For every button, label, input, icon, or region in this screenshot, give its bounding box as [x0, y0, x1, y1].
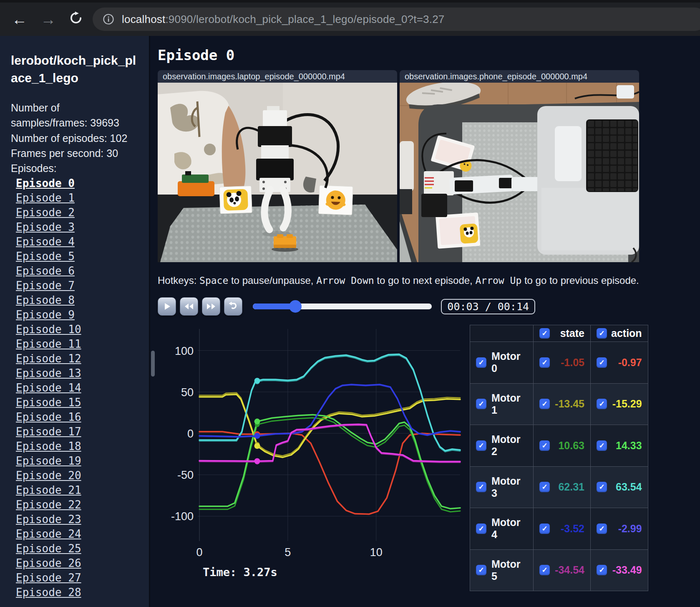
state-column-checkbox[interactable]: ✓ — [539, 328, 550, 339]
motor-checkbox[interactable]: ✓ — [476, 357, 486, 368]
motor-label: Motor 4 — [491, 516, 527, 541]
action-checkbox[interactable]: ✓ — [597, 524, 607, 534]
sidebar-episode-link[interactable]: Episode 1 — [16, 191, 136, 205]
current-action-dot — [254, 419, 260, 425]
motor-checkbox[interactable]: ✓ — [476, 524, 486, 534]
motor-checkbox[interactable]: ✓ — [476, 440, 486, 451]
sidebar-episode-link[interactable]: Episode 26 — [16, 556, 136, 571]
sidebar-episode-link[interactable]: Episode 28 — [16, 585, 136, 600]
state-value: -13.45 — [555, 398, 584, 410]
forward-icon[interactable]: → — [40, 12, 56, 27]
action-value-cell: ✓-2.99 — [591, 508, 648, 550]
sidebar-episode-link[interactable]: Episode 15 — [16, 395, 136, 410]
sidebar-episode-link[interactable]: Episode 25 — [16, 541, 136, 556]
chart-time-label: Time: 3.27s — [203, 566, 277, 579]
video-title-laptop: observation.images.laptop_episode_000000… — [158, 70, 397, 83]
motor-label-cell: ✓Motor 2 — [470, 425, 534, 467]
action-value-cell: ✓-33.49 — [591, 549, 648, 591]
hotkey-space: Space — [199, 275, 228, 286]
fast-forward-button[interactable] — [202, 297, 220, 316]
column-label: state — [560, 327, 584, 339]
dataset-title: lerobot/koch_pick_place_1_lego — [11, 52, 136, 87]
action-column-checkbox[interactable]: ✓ — [597, 328, 607, 339]
sidebar-episode-link[interactable]: Episode 6 — [16, 264, 136, 278]
state-checkbox[interactable]: ✓ — [539, 524, 550, 534]
motor-checkbox[interactable]: ✓ — [476, 565, 486, 575]
rewind-button[interactable] — [180, 297, 198, 316]
sidebar-episode-link[interactable]: Episode 24 — [16, 527, 136, 541]
sidebar-episode-link[interactable]: Episode 14 — [16, 381, 136, 395]
reload-icon[interactable] — [69, 11, 83, 27]
series-action-line — [199, 432, 460, 514]
sidebar-episode-link[interactable]: Episode 16 — [16, 410, 136, 425]
sidebar-episode-link[interactable]: Episode 8 — [16, 293, 136, 308]
motor-checkbox[interactable]: ✓ — [476, 482, 486, 492]
laptop-camera-frame — [158, 83, 397, 262]
state-checkbox[interactable]: ✓ — [539, 399, 550, 409]
action-value: 14.33 — [616, 440, 642, 452]
action-value: -15.29 — [612, 398, 642, 410]
sidebar-episode-link[interactable]: Episode 4 — [16, 235, 136, 249]
scrollbar-thumb[interactable] — [151, 351, 155, 377]
state-value: -3.52 — [561, 523, 584, 535]
action-value: -33.49 — [612, 564, 642, 576]
sidebar-episode-link[interactable]: Episode 18 — [16, 439, 136, 454]
state-checkbox[interactable]: ✓ — [539, 482, 550, 492]
motor-label-cell: ✓Motor 4 — [470, 508, 534, 550]
video-phone — [400, 83, 639, 262]
sidebar-episode-link[interactable]: Episode 7 — [16, 278, 136, 293]
back-icon[interactable]: ← — [12, 12, 27, 27]
motor-row: ✓Motor 3✓62.31✓63.54 — [470, 466, 648, 508]
column-header-action: ✓action — [591, 325, 648, 342]
stat-fps: Frames per second: 30 — [11, 146, 136, 161]
action-checkbox[interactable]: ✓ — [597, 440, 607, 451]
state-checkbox[interactable]: ✓ — [539, 440, 550, 451]
x-tick-label: 10 — [370, 546, 383, 559]
state-value-cell: ✓62.31 — [534, 466, 591, 508]
sidebar-episode-link[interactable]: Episode 17 — [16, 425, 136, 439]
url-bar[interactable]: localhost:9090/lerobot/koch_pick_place_1… — [93, 8, 700, 31]
info-icon[interactable] — [103, 13, 114, 25]
action-checkbox[interactable]: ✓ — [597, 357, 607, 368]
sidebar-episode-link[interactable]: Episode 23 — [16, 512, 136, 527]
hotkeys-seg3: to go to previous episode. — [521, 275, 639, 286]
action-checkbox[interactable]: ✓ — [597, 565, 607, 575]
sidebar-episode-link[interactable]: Episode 19 — [16, 454, 136, 468]
hotkeys-prefix: Hotkeys: — [158, 275, 199, 286]
state-value: -34.54 — [555, 564, 584, 576]
play-button[interactable] — [158, 297, 176, 316]
state-checkbox[interactable]: ✓ — [539, 357, 550, 368]
action-checkbox[interactable]: ✓ — [597, 482, 607, 492]
motor-checkbox[interactable]: ✓ — [476, 399, 486, 409]
sidebar-episode-link[interactable]: Episode 5 — [16, 249, 136, 264]
sidebar-episode-link[interactable]: Episode 13 — [16, 366, 136, 381]
sidebar-episode-link[interactable]: Episode 10 — [16, 322, 136, 337]
sidebar-episode-link[interactable]: Episode 11 — [16, 337, 136, 352]
state-checkbox[interactable]: ✓ — [539, 565, 550, 575]
sidebar-episode-link[interactable]: Episode 0 — [16, 176, 136, 191]
video-laptop — [158, 83, 397, 262]
motor-label: Motor 5 — [491, 558, 527, 582]
current-action-dot — [254, 458, 260, 464]
main-panel: Episode 0 observation.images.laptop_epis… — [150, 36, 700, 607]
sidebar-episode-link[interactable]: Episode 22 — [16, 498, 136, 512]
loop-button[interactable] — [224, 297, 242, 316]
sidebar-episode-link[interactable]: Episode 9 — [16, 308, 136, 322]
sidebar-episode-link[interactable]: Episode 21 — [16, 483, 136, 498]
motor-chart[interactable]: 100500-50-1000510Time: 3.27s — [158, 324, 462, 591]
action-checkbox[interactable]: ✓ — [597, 399, 607, 409]
sidebar-episode-link[interactable]: Episode 3 — [16, 220, 136, 235]
state-value-cell: ✓-34.54 — [534, 549, 591, 591]
video-row: observation.images.laptop_episode_000000… — [158, 70, 700, 262]
sidebar-episode-link[interactable]: Episode 20 — [16, 468, 136, 483]
sidebar-episode-link[interactable]: Episode 12 — [16, 352, 136, 366]
sidebar-episode-link[interactable]: Episode 27 — [16, 571, 136, 585]
sidebar-episode-link[interactable]: Episode 2 — [16, 205, 136, 220]
seek-slider-thumb[interactable] — [289, 300, 302, 313]
hotkey-arrow-up: Arrow Up — [475, 275, 521, 286]
lerobot-dataset-visualizer: ← → localhost:9090/lerobot/koch_pick_pla… — [0, 0, 700, 607]
stat-episodes: Number of episodes: 102 — [11, 131, 136, 146]
page-title: Episode 0 — [158, 47, 700, 63]
seek-slider[interactable] — [253, 304, 432, 309]
action-value-cell: ✓63.54 — [591, 466, 648, 508]
